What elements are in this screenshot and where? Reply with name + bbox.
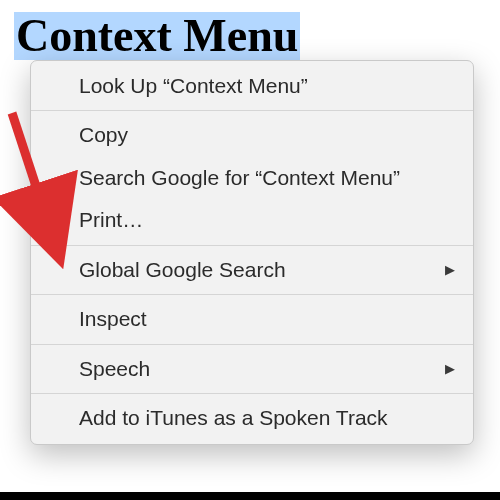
menu-divider xyxy=(31,110,473,111)
menu-item-copy[interactable]: Copy xyxy=(31,114,473,156)
menu-item-look-up[interactable]: Look Up “Context Menu” xyxy=(31,61,473,107)
menu-item-label: Add to iTunes as a Spoken Track xyxy=(79,406,388,429)
menu-divider xyxy=(31,344,473,345)
context-menu: Look Up “Context Menu” Copy Search Googl… xyxy=(30,60,474,445)
menu-item-label: Speech xyxy=(79,357,150,380)
chevron-right-icon: ▶ xyxy=(445,261,455,280)
menu-divider xyxy=(31,245,473,246)
bottom-border xyxy=(0,492,500,500)
selected-heading-text: Context Menu xyxy=(14,12,300,60)
menu-item-print[interactable]: Print… xyxy=(31,199,473,241)
menu-item-speech[interactable]: Speech ▶ xyxy=(31,348,473,390)
menu-item-label: Inspect xyxy=(79,307,147,330)
menu-item-search-google[interactable]: Search Google for “Context Menu” xyxy=(31,157,473,199)
menu-item-add-to-itunes[interactable]: Add to iTunes as a Spoken Track xyxy=(31,397,473,443)
menu-item-inspect[interactable]: Inspect xyxy=(31,298,473,340)
chevron-right-icon: ▶ xyxy=(445,359,455,378)
menu-item-label: Print… xyxy=(79,208,143,231)
menu-divider xyxy=(31,294,473,295)
menu-item-label: Look Up “Context Menu” xyxy=(79,74,308,97)
menu-item-label: Copy xyxy=(79,123,128,146)
menu-item-label: Search Google for “Context Menu” xyxy=(79,166,400,189)
globe-icon xyxy=(47,259,69,281)
menu-item-label: Global Google Search xyxy=(79,258,286,281)
menu-divider xyxy=(31,393,473,394)
menu-item-global-google-search[interactable]: Global Google Search ▶ xyxy=(31,249,473,291)
